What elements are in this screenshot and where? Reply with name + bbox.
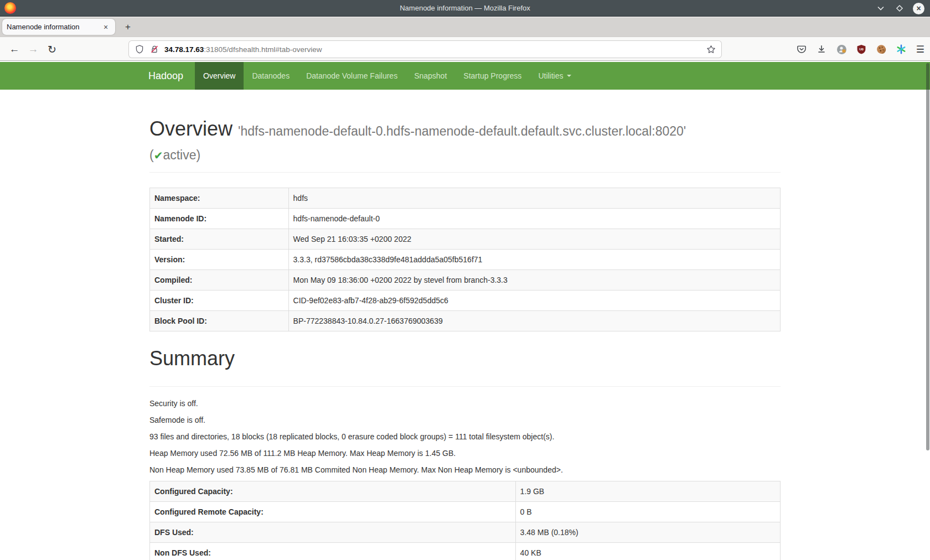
window-title: Namenode information — Mozilla Firefox [0,4,930,12]
menu-icon[interactable]: ☰ [916,44,924,55]
url-path: :31805/dfshealth.html#tab-overview [204,45,322,54]
browser-window: Namenode information — Mozilla Firefox ×… [0,0,930,560]
page-content: Overview 'hdfs-namenode-default-0.hdfs-n… [149,118,781,560]
multicolor-asterisk-extension-icon[interactable] [896,44,907,55]
summary-line-nonheap: Non Heap Memory used 73.85 MB of 76.81 M… [149,464,781,475]
namenode-info-table: Namespace:hdfs Namenode ID:hdfs-namenode… [149,188,781,331]
ublock-origin-icon[interactable]: U0 [856,44,867,55]
status-label: active) [163,148,200,162]
table-row: Namenode ID:hdfs-namenode-default-0 [150,208,781,229]
table-row: DFS Used:3.48 MB (0.18%) [150,522,781,543]
nav-tab-startup-progress[interactable]: Startup Progress [455,62,530,90]
minimize-icon[interactable] [875,3,886,14]
firefox-logo-icon [4,2,16,14]
active-check-icon: ✔ [154,149,163,162]
back-button[interactable]: ← [7,42,22,57]
tab-namenode-information[interactable]: Namenode information × [2,19,115,35]
summary-line-files-blocks: 93 files and directories, 18 blocks (18 … [149,431,781,442]
chevron-down-icon [567,75,571,77]
downloads-icon[interactable] [817,44,827,55]
tab-title: Namenode information [7,23,101,31]
table-row: Compiled:Mon May 09 18:36:00 +0200 2022 … [150,269,781,290]
nav-tab-datanode-volume-failures[interactable]: Datanode Volume Failures [298,62,406,90]
table-row: Configured Capacity:1.9 GB [150,481,781,502]
namenode-status: (✔active) [149,148,781,163]
divider [149,172,781,173]
overview-heading: Overview 'hdfs-namenode-default-0.hdfs-n… [149,118,781,140]
summary-heading: Summary [149,348,781,370]
summary-text: Security is off. Safemode is off. 93 fil… [149,398,781,475]
close-window-icon[interactable]: × [913,3,924,14]
overview-title: Overview [149,117,232,140]
table-row: Configured Remote Capacity:0 B [150,502,781,522]
table-row: Cluster ID:CID-9ef02e83-afb7-4f28-ab29-6… [150,290,781,310]
reload-button[interactable]: ↻ [44,42,60,57]
new-tab-button[interactable]: + [121,20,135,34]
divider [149,386,781,387]
pocket-icon[interactable] [797,44,807,55]
hadoop-navbar: Hadoop Overview Datanodes Datanode Volum… [0,62,930,90]
nav-tab-overview[interactable]: Overview [195,62,244,90]
nav-tab-datanodes[interactable]: Datanodes [244,62,298,90]
insecure-lock-icon[interactable] [149,45,159,54]
bookmark-star-icon[interactable] [706,45,716,54]
nav-tab-snapshot[interactable]: Snapshot [406,62,455,90]
browser-toolbar: ← → ↻ 34.78.17.63:31805/dfshealth.html#t… [0,37,930,61]
table-row: Block Pool ID:BP-772238843-10.84.0.27-16… [150,310,781,331]
table-row: Non DFS Used:40 KB [150,543,781,560]
table-row: Started:Wed Sep 21 16:03:35 +0200 2022 [150,229,781,249]
tab-strip: Namenode information × + [0,17,930,37]
scrollbar-thumb[interactable] [926,63,929,450]
table-row: Namespace:hdfs [150,188,781,208]
namenode-address: 'hdfs-namenode-default-0.hdfs-namenode-d… [238,124,686,138]
summary-line-heap: Heap Memory used 72.56 MB of 111.2 MB He… [149,448,781,459]
maximize-icon[interactable] [894,3,905,14]
nav-dropdown-utilities[interactable]: Utilities [530,62,579,90]
capacity-table: Configured Capacity:1.9 GB Configured Re… [149,481,781,560]
summary-line-safemode: Safemode is off. [149,414,781,426]
forward-button[interactable]: → [25,42,41,57]
url-host: 34.78.17.63 [164,45,204,54]
hadoop-brand[interactable]: Hadoop [141,62,190,90]
table-row: Version:3.3.3, rd37586cbda38c338d9fe481a… [150,249,781,269]
tracking-shield-icon[interactable] [135,45,144,54]
svg-text:U0: U0 [859,48,864,51]
extension-account-icon [836,44,847,55]
window-titlebar: Namenode information — Mozilla Firefox × [0,0,930,17]
summary-line-security: Security is off. [149,398,781,409]
tab-close-icon[interactable]: × [101,22,111,32]
cookie-extension-icon[interactable] [876,44,887,55]
url-text: 34.78.17.63:31805/dfshealth.html#tab-ove… [164,45,706,54]
url-bar[interactable]: 34.78.17.63:31805/dfshealth.html#tab-ove… [129,41,721,58]
